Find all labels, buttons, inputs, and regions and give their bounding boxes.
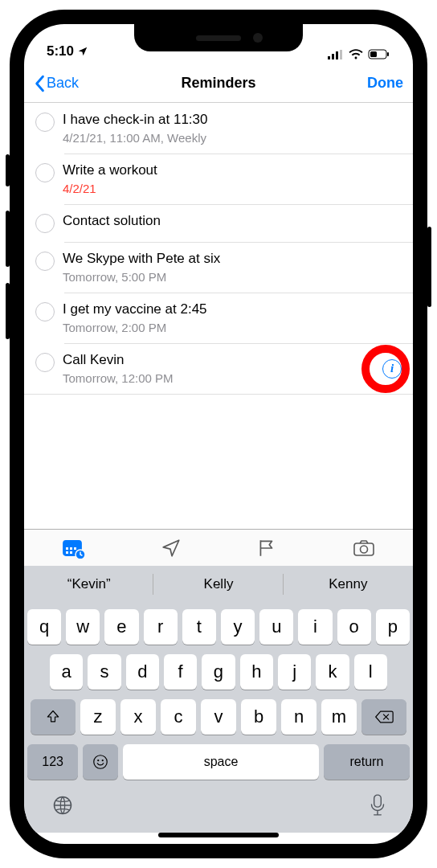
- reminder-title: Call Kevin: [63, 352, 374, 368]
- reminder-title: Write a workout: [63, 162, 402, 178]
- calendar-icon[interactable]: [62, 538, 86, 559]
- suggestion[interactable]: Kelly: [153, 566, 283, 603]
- reminder-title: I have check-in at 11:30: [63, 112, 402, 128]
- numbers-key[interactable]: 123: [27, 744, 78, 780]
- reminder-row[interactable]: We Skype with Pete at six Tomorrow, 5:00…: [24, 242, 413, 293]
- svg-rect-13: [70, 551, 72, 554]
- svg-point-18: [97, 760, 99, 761]
- info-button[interactable]: i: [382, 359, 402, 379]
- svg-point-19: [102, 760, 104, 761]
- location-icon[interactable]: [161, 538, 182, 559]
- chevron-left-icon: [34, 75, 45, 92]
- key-t[interactable]: t: [182, 609, 216, 645]
- key-h[interactable]: h: [240, 654, 273, 690]
- globe-icon[interactable]: [51, 794, 74, 817]
- key-b[interactable]: b: [241, 699, 276, 735]
- space-key[interactable]: space: [123, 744, 319, 780]
- reminders-list: I have check-in at 11:30 4/21/21, 11:00 …: [24, 103, 413, 529]
- reminder-row[interactable]: Call Kevin Tomorrow, 12:00 PM i: [24, 343, 413, 394]
- svg-rect-21: [374, 795, 382, 807]
- key-p[interactable]: p: [376, 609, 410, 645]
- svg-rect-8: [63, 541, 81, 546]
- suggestion[interactable]: “Kevin”: [24, 566, 153, 603]
- key-o[interactable]: o: [337, 609, 371, 645]
- key-n[interactable]: n: [281, 699, 317, 735]
- svg-rect-1: [332, 54, 334, 59]
- suggestion-bar: “Kevin” Kelly Kenny: [24, 566, 413, 603]
- reminder-subtitle: Tomorrow, 2:00 PM: [63, 321, 402, 334]
- wifi-icon: [349, 49, 363, 59]
- key-g[interactable]: g: [202, 654, 235, 690]
- key-y[interactable]: y: [221, 609, 255, 645]
- keyboard: q w e r t y u i o p a s d f g h j k: [24, 603, 413, 833]
- key-c[interactable]: c: [161, 699, 196, 735]
- complete-toggle[interactable]: [35, 163, 55, 182]
- key-q[interactable]: q: [27, 609, 61, 645]
- key-s[interactable]: s: [88, 654, 120, 690]
- emoji-key[interactable]: [83, 744, 118, 780]
- complete-toggle[interactable]: [35, 353, 55, 372]
- shift-key[interactable]: [31, 699, 76, 735]
- reminder-subtitle: 4/21/21, 11:00 AM, Weekly: [63, 131, 402, 145]
- key-i[interactable]: i: [298, 609, 332, 645]
- reminder-row[interactable]: Contact solution: [24, 204, 413, 242]
- reminder-title: Contact solution: [63, 213, 402, 229]
- key-v[interactable]: v: [201, 699, 236, 735]
- done-button[interactable]: Done: [367, 75, 403, 92]
- key-x[interactable]: x: [120, 699, 156, 735]
- key-k[interactable]: k: [316, 654, 349, 690]
- flag-icon[interactable]: [256, 538, 277, 559]
- suggestion[interactable]: Kenny: [284, 566, 413, 603]
- complete-toggle[interactable]: [35, 113, 55, 132]
- svg-rect-3: [340, 50, 342, 59]
- backspace-key[interactable]: [361, 699, 406, 735]
- reminder-title: We Skype with Pete at six: [63, 251, 402, 267]
- complete-toggle[interactable]: [35, 214, 55, 233]
- svg-rect-6: [387, 52, 389, 56]
- key-f[interactable]: f: [164, 654, 197, 690]
- reminder-subtitle: Tomorrow, 12:00 PM: [63, 371, 374, 385]
- emoji-icon: [92, 753, 109, 771]
- cellular-signal-icon: [328, 50, 344, 59]
- complete-toggle[interactable]: [35, 302, 55, 321]
- key-j[interactable]: j: [278, 654, 311, 690]
- reminder-toolbar: [24, 529, 413, 566]
- return-key[interactable]: return: [324, 744, 410, 780]
- reminder-row[interactable]: Write a workout 4/2/21: [24, 154, 413, 204]
- phone-frame: 5:10 Back Reminders Done: [10, 10, 427, 858]
- key-e[interactable]: e: [104, 609, 138, 645]
- key-r[interactable]: r: [144, 609, 178, 645]
- volume-down-button: [6, 283, 10, 339]
- page-title: Reminders: [24, 75, 413, 92]
- svg-rect-9: [66, 547, 68, 550]
- key-w[interactable]: w: [66, 609, 100, 645]
- reminder-subtitle: Tomorrow, 5:00 PM: [63, 270, 402, 284]
- svg-point-17: [94, 755, 108, 769]
- camera-icon[interactable]: [352, 538, 376, 559]
- reminder-title: I get my vaccine at 2:45: [63, 301, 402, 317]
- reminder-row[interactable]: I get my vaccine at 2:45 Tomorrow, 2:00 …: [24, 293, 413, 343]
- dictation-icon[interactable]: [370, 794, 386, 817]
- key-z[interactable]: z: [80, 699, 116, 735]
- reminder-subtitle: 4/2/21: [63, 182, 402, 195]
- key-d[interactable]: d: [126, 654, 159, 690]
- power-button: [427, 227, 431, 307]
- key-a[interactable]: a: [50, 654, 83, 690]
- volume-up-button: [6, 211, 10, 267]
- mute-switch: [6, 154, 10, 186]
- location-arrow-icon: [77, 46, 88, 57]
- svg-rect-5: [370, 51, 377, 57]
- key-m[interactable]: m: [321, 699, 357, 735]
- battery-icon: [368, 49, 390, 59]
- svg-rect-12: [66, 551, 68, 554]
- svg-rect-0: [328, 56, 330, 59]
- reminder-row[interactable]: I have check-in at 11:30 4/21/21, 11:00 …: [24, 103, 413, 154]
- svg-rect-2: [336, 51, 338, 59]
- status-time: 5:10: [47, 43, 74, 59]
- svg-rect-11: [74, 547, 76, 550]
- home-indicator[interactable]: [158, 833, 279, 837]
- key-l[interactable]: l: [354, 654, 387, 690]
- key-u[interactable]: u: [259, 609, 293, 645]
- complete-toggle[interactable]: [35, 252, 55, 271]
- back-button[interactable]: Back: [34, 75, 79, 92]
